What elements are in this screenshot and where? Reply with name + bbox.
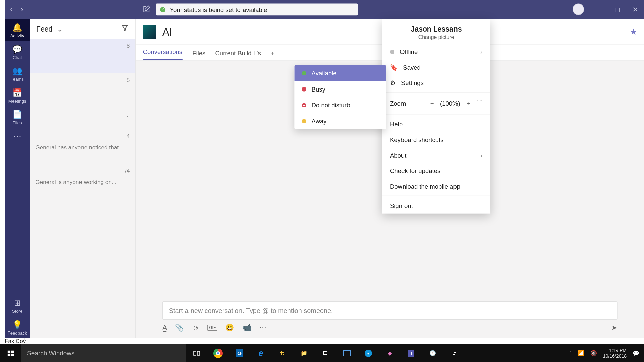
feed-item[interactable]: 4 General has anyone noticed that... xyxy=(30,129,135,164)
send-icon[interactable]: ➤ xyxy=(611,323,617,332)
profile-updates[interactable]: Check for updates xyxy=(382,163,490,178)
chevron-right-icon: › xyxy=(480,152,482,159)
feed-item[interactable]: .. xyxy=(30,108,135,129)
status-away[interactable]: Away xyxy=(294,113,386,129)
feed-list: 8 5 .. 4 General has anyone noticed that… xyxy=(30,39,135,198)
window-minimize-icon[interactable]: ― xyxy=(591,0,608,19)
composer-placeholder: Start a new conversation. Type @ to ment… xyxy=(169,307,333,314)
sticker-icon[interactable]: 😃 xyxy=(225,323,234,332)
rail-store[interactable]: ⊞ Store xyxy=(5,295,30,316)
rail-teams-label: Teams xyxy=(11,77,24,82)
toast-check-icon: ✓ xyxy=(160,7,165,12)
rail-meetings[interactable]: 📅 Meetings xyxy=(5,84,30,106)
outlook-icon[interactable]: O xyxy=(229,344,250,362)
window-close-icon[interactable]: ✕ xyxy=(626,0,644,19)
status-away-label: Away xyxy=(312,118,327,125)
window-app-icon[interactable] xyxy=(336,344,358,362)
wifi-icon[interactable]: 📶 xyxy=(578,350,584,356)
titlebar: ‹ › ✓ Your status is being set to availa… xyxy=(5,0,644,19)
filter-icon[interactable] xyxy=(121,24,129,34)
calendar-icon: 📅 xyxy=(5,88,30,98)
taskbar-apps: O e 🛠 📁 🖼 ● ◆ T 🕐 🗂 xyxy=(186,344,465,362)
zoom-row: Zoom − (100%) + ⛶ xyxy=(382,95,490,112)
fullscreen-icon[interactable]: ⛶ xyxy=(476,100,483,107)
pin-app-icon[interactable]: ● xyxy=(358,344,379,362)
profile-saved-label: Saved xyxy=(403,64,421,71)
teams-window: ‹ › ✓ Your status is being set to availa… xyxy=(5,0,644,340)
compose-icon[interactable] xyxy=(142,5,150,15)
format-icon[interactable]: A̲ xyxy=(162,323,167,332)
chat-icon: 💬 xyxy=(5,44,30,54)
profile-saved[interactable]: 🔖 Saved xyxy=(382,59,490,75)
profile-menu: Jason Lessans Change picture Offline › 🔖… xyxy=(382,19,490,214)
attach-icon[interactable]: 📎 xyxy=(175,323,184,332)
profile-name: Jason Lessans xyxy=(390,25,482,33)
feed-item-meta: 8 xyxy=(127,42,130,49)
taskbar-search[interactable]: Search Windows xyxy=(21,344,186,362)
rail-activity[interactable]: 🔔 Activity xyxy=(5,19,30,41)
profile-signout[interactable]: Sign out xyxy=(382,198,490,213)
rail-more[interactable]: ⋯ xyxy=(5,128,30,144)
volume-icon[interactable]: 🔇 xyxy=(590,350,597,356)
emoji-icon[interactable]: ☺ xyxy=(192,324,200,332)
profile-shortcuts-label: Keyboard shortcuts xyxy=(390,136,444,143)
tab-conversations[interactable]: Conversations xyxy=(143,48,182,60)
status-dnd[interactable]: Do not disturb xyxy=(294,97,386,113)
feed-item-meta: 4 xyxy=(127,133,130,139)
explorer-icon[interactable]: 📁 xyxy=(293,344,315,362)
chevron-down-icon[interactable]: ⌄ xyxy=(57,25,63,33)
rail-feedback[interactable]: 💡 Feedback xyxy=(5,316,30,338)
zoom-in-button[interactable]: + xyxy=(466,100,470,107)
favorite-star-icon[interactable]: ★ xyxy=(630,27,637,37)
composer-input[interactable]: Start a new conversation. Type @ to ment… xyxy=(162,301,618,320)
feed-item[interactable]: 5 xyxy=(30,73,135,108)
feed-item[interactable]: 8 xyxy=(30,39,135,73)
status-toast[interactable]: ✓ Your status is being set to available xyxy=(156,4,358,16)
gauge-app-icon[interactable]: 🕐 xyxy=(422,344,443,362)
nav-forward-icon[interactable]: › xyxy=(21,5,23,14)
rail-chat[interactable]: 💬 Chat xyxy=(5,41,30,63)
profile-settings[interactable]: ⚙ Settings xyxy=(382,75,490,90)
profile-about-label: About xyxy=(390,152,406,159)
taskbar-clock[interactable]: 1:19 PM 10/16/2018 xyxy=(603,348,627,359)
status-busy[interactable]: Busy xyxy=(294,81,386,97)
window-maximize-icon[interactable]: □ xyxy=(608,0,626,19)
feed-item-snippet: General has anyone noticed that... xyxy=(35,144,130,151)
bell-icon: 🔔 xyxy=(5,23,30,33)
profile-status-label: Offline xyxy=(400,48,418,55)
feed-item[interactable]: /4 General is anyone working on... xyxy=(30,164,135,198)
tab-add[interactable]: + xyxy=(271,50,274,60)
profile-shortcuts[interactable]: Keyboard shortcuts xyxy=(382,132,490,147)
more-compose-icon[interactable]: ⋯ xyxy=(259,323,266,332)
meet-now-icon[interactable]: 📹 xyxy=(243,323,251,332)
feed-title[interactable]: Feed xyxy=(36,25,52,33)
profile-about[interactable]: About › xyxy=(382,147,490,163)
status-away-dot-icon xyxy=(302,119,306,123)
profile-download[interactable]: Download the mobile app xyxy=(382,178,490,194)
profile-avatar[interactable] xyxy=(573,4,584,15)
picture-app-icon[interactable]: 🖼 xyxy=(315,344,336,362)
tab-files[interactable]: Files xyxy=(192,50,205,60)
tools-icon[interactable]: 🛠 xyxy=(272,344,293,362)
svg-rect-2 xyxy=(8,353,10,356)
action-center-icon[interactable]: 💬 xyxy=(633,350,639,356)
zoom-out-button[interactable]: − xyxy=(430,100,434,107)
composer-toolbar: A̲ 📎 ☺ GIF 😃 📹 ⋯ ➤ xyxy=(162,323,618,332)
nav-back-icon[interactable]: ‹ xyxy=(10,5,13,14)
change-picture-link[interactable]: Change picture xyxy=(390,34,482,41)
status-available[interactable]: Available xyxy=(294,65,386,81)
misc-app-icon[interactable]: 🗂 xyxy=(443,344,465,362)
tab-current-build[interactable]: Current Build I 's xyxy=(215,50,261,60)
gif-icon[interactable]: GIF xyxy=(207,324,217,331)
teams-taskbar-icon[interactable]: T xyxy=(400,344,422,362)
edge-icon[interactable]: e xyxy=(250,344,272,362)
profile-status-row[interactable]: Offline › xyxy=(382,44,490,59)
rail-files[interactable]: 📄 Files xyxy=(5,106,30,128)
profile-help[interactable]: Help xyxy=(382,116,490,132)
task-view-icon[interactable] xyxy=(186,344,207,362)
diamond-app-icon[interactable]: ◆ xyxy=(379,344,400,362)
chrome-icon[interactable] xyxy=(207,344,229,362)
start-button[interactable] xyxy=(0,350,21,357)
tray-chevron-icon[interactable]: ˄ xyxy=(569,350,572,356)
rail-teams[interactable]: 👥 Teams xyxy=(5,63,30,84)
